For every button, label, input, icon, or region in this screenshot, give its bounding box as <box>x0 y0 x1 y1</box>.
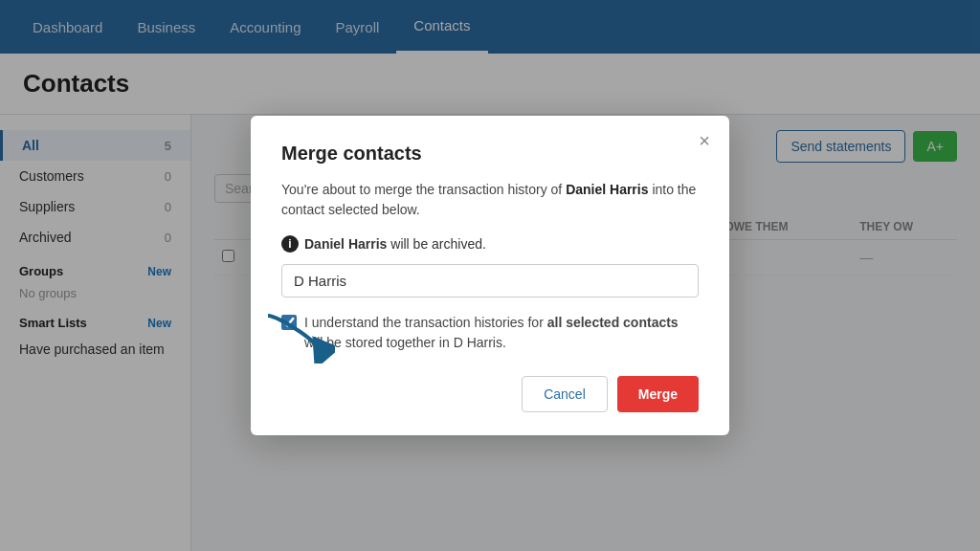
modal-close-button[interactable]: × <box>699 131 710 150</box>
archive-name: Daniel Harris <box>304 236 387 252</box>
archive-suffix: will be archived. <box>387 236 486 252</box>
cancel-button[interactable]: Cancel <box>522 376 608 412</box>
archive-notice-text: Daniel Harris will be archived. <box>304 236 486 252</box>
checkbox-label: I understand the transaction histories f… <box>304 313 699 353</box>
modal-actions: Cancel Merge <box>281 376 699 412</box>
merge-contacts-modal: Merge contacts × You're about to merge t… <box>251 116 729 435</box>
modal-desc-prefix: You're about to merge the transaction hi… <box>281 182 566 197</box>
understand-checkbox-row: I understand the transaction histories f… <box>281 313 699 353</box>
archive-notice: i Daniel Harris will be archived. <box>281 235 699 253</box>
checkbox-bold: all selected contacts <box>547 315 679 330</box>
merge-target-input[interactable] <box>281 264 699 298</box>
merge-button[interactable]: Merge <box>617 376 699 412</box>
modal-contact-name: Daniel Harris <box>566 182 648 197</box>
info-icon: i <box>281 235 299 253</box>
arrow-annotation <box>258 306 335 364</box>
modal-description: You're about to merge the transaction hi… <box>281 180 699 220</box>
modal-title: Merge contacts <box>281 143 699 165</box>
checkbox-prefix: I understand the transaction histories f… <box>304 315 547 330</box>
modal-overlay: Merge contacts × You're about to merge t… <box>0 0 980 551</box>
